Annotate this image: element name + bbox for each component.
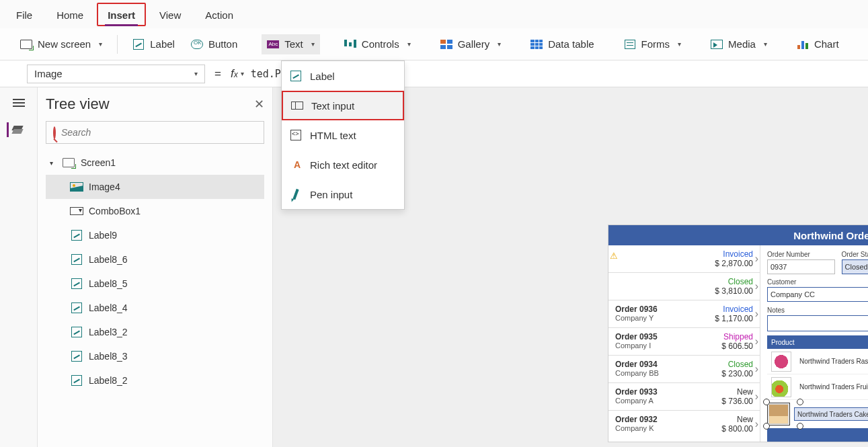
tree-title: Tree view: [46, 95, 110, 113]
dd-label[interactable]: Label: [282, 61, 404, 91]
customer-label: Customer: [767, 278, 868, 286]
tree-node-label9[interactable]: Label9: [46, 223, 264, 247]
order-title: Order 0933: [615, 387, 699, 397]
tree-node-label8-3[interactable]: Label8_3: [46, 344, 264, 368]
tree-node-label: Image4: [89, 181, 120, 192]
insert-datatable-label: Data table: [548, 38, 594, 50]
search-icon: [53, 128, 56, 138]
insert-forms-label: Forms: [641, 38, 670, 50]
tree-node-combobox1[interactable]: ComboBox1: [46, 199, 264, 223]
menu-home[interactable]: Home: [46, 3, 94, 26]
chevron-down-icon: ▾: [407, 40, 411, 48]
dd-pen-input[interactable]: Pen input: [282, 179, 404, 209]
order-status-label: Order Status: [842, 251, 869, 258]
order-row[interactable]: Closed$ 3,810.00 ›: [608, 273, 760, 300]
tree-node-label3-2[interactable]: Label3_2: [46, 320, 264, 344]
order-row[interactable]: Order 0933Company A New$ 736.00 ›: [608, 383, 760, 411]
menu-insert[interactable]: Insert: [97, 3, 146, 26]
selection-handle[interactable]: [797, 423, 803, 430]
button-icon: [191, 38, 203, 50]
html-icon: [290, 129, 302, 141]
tree-node-label8-5[interactable]: Label8_5: [46, 272, 264, 296]
insert-charts-button[interactable]: Chart: [791, 34, 844, 54]
insert-button-button[interactable]: Button: [186, 34, 243, 54]
insert-controls-button[interactable]: Controls ▾: [339, 34, 416, 54]
combobox-icon: [70, 207, 83, 215]
order-title: Order 0936: [615, 304, 699, 314]
tree-close-button[interactable]: ✕: [254, 97, 264, 112]
product-thumb: [771, 377, 791, 397]
order-amount: $ 800.00: [699, 424, 753, 434]
order-row[interactable]: Order 0936Company Y Invoiced$ 1,170.00 ›: [608, 300, 760, 328]
selection-handle[interactable]: [763, 423, 770, 430]
dd-rich-text[interactable]: Rich text editor: [282, 150, 404, 179]
selection-handle[interactable]: [763, 399, 770, 405]
tree-node-label8-2[interactable]: Label8_2: [46, 368, 264, 393]
order-status: Closed: [699, 360, 753, 369]
tree-node-label: Label9: [89, 230, 117, 241]
order-list[interactable]: ⚠ Invoiced$ 2,870.00 › Closed$ 3,810.00 …: [608, 245, 760, 442]
order-number-value: 0937: [767, 259, 835, 274]
insert-label-button[interactable]: Label: [127, 34, 180, 54]
grid-edit-row[interactable]: Northwind Traders Cake Mix▼ ⚠ ⚠: [767, 403, 868, 425]
menu-view[interactable]: View: [149, 3, 192, 26]
rail-hamburger[interactable]: [9, 95, 28, 110]
app-preview: Northwind Orders 🗑 ＋ ✕ ✓ ⚠ Invoiced$ 2,8…: [608, 225, 868, 442]
order-company: Company I: [615, 341, 699, 350]
gallery-icon: [440, 38, 452, 50]
fx-icon[interactable]: fx: [231, 67, 238, 81]
selected-image-control[interactable]: [767, 403, 790, 425]
main-area: Tree view ✕ ▾ Screen1 Image4 ComboBox1: [0, 87, 868, 447]
order-row[interactable]: Order 0934Company BB Closed$ 230.00 ›: [608, 356, 760, 383]
label-icon: [70, 230, 83, 241]
insert-gallery-button[interactable]: Gallery ▾: [435, 34, 507, 54]
product-combobox[interactable]: Northwind Traders Cake Mix▼: [794, 407, 868, 421]
tree-node-screen[interactable]: ▾ Screen1: [46, 151, 264, 175]
tree-search-input[interactable]: [61, 127, 257, 138]
dd-label-text: Label: [310, 71, 335, 82]
property-selector[interactable]: Image ▾: [27, 65, 205, 83]
chevron-right-icon: ›: [755, 335, 758, 348]
order-row[interactable]: ⚠ Invoiced$ 2,870.00 ›: [608, 245, 760, 273]
expand-icon[interactable]: ▾: [50, 159, 56, 167]
menu-file[interactable]: File: [5, 3, 43, 26]
tree-panel: Tree view ✕ ▾ Screen1 Image4 ComboBox1: [38, 87, 273, 447]
chevron-down-icon[interactable]: ▾: [241, 70, 244, 77]
tree-node-label8-6[interactable]: Label8_6: [46, 247, 264, 272]
order-amount: $ 3,810.00: [699, 286, 753, 296]
customer-select[interactable]: Company CC▼: [767, 287, 868, 302]
chart-icon: [797, 38, 809, 50]
order-title: Order 0932: [615, 415, 699, 424]
insert-text-button[interactable]: Abc Text ▾: [262, 34, 320, 54]
label-icon: [290, 70, 302, 82]
grid-row[interactable]: Northwind Traders Fruit Salad 40 $ 39.00…: [767, 374, 868, 400]
menu-action[interactable]: Action: [194, 3, 244, 26]
text-icon: Abc: [267, 38, 279, 50]
insert-media-button[interactable]: Media ▾: [705, 34, 773, 54]
chevron-right-icon: ›: [755, 253, 758, 265]
insert-forms-button[interactable]: Forms ▾: [619, 34, 687, 54]
insert-button-text: Button: [208, 38, 237, 50]
insert-media-label: Media: [728, 38, 756, 50]
chevron-right-icon: ›: [755, 391, 758, 403]
order-company: Company A: [615, 397, 699, 405]
rail-tree-view[interactable]: [7, 122, 26, 137]
selection-handle[interactable]: [797, 399, 803, 405]
grid-row[interactable]: Northwind Traders Raspberry Spread 90 $ …: [767, 349, 868, 374]
tree-node-label: Label8_2: [89, 375, 128, 386]
notes-input[interactable]: [767, 315, 868, 331]
order-status-select[interactable]: Closed▼: [842, 259, 869, 274]
tree-node-label8-4[interactable]: Label8_4: [46, 296, 264, 320]
order-row[interactable]: Order 0932Company K New$ 800.00 ›: [608, 411, 760, 438]
order-row[interactable]: Order 0935Company I Shipped$ 606.50 ›: [608, 328, 760, 356]
tree-node-image4[interactable]: Image4: [46, 175, 264, 199]
tree-search[interactable]: [46, 121, 264, 144]
tree-node-label: Screen1: [81, 157, 116, 168]
insert-datatable-button[interactable]: Data table: [525, 34, 599, 54]
product-thumb: [768, 404, 789, 424]
tree-node-label: Label8_3: [89, 351, 128, 362]
dd-text-input[interactable]: Text input: [282, 91, 404, 120]
new-screen-button[interactable]: New screen ▾: [15, 34, 108, 54]
order-amount: $ 736.00: [699, 397, 753, 406]
dd-html-text[interactable]: HTML text: [282, 120, 404, 150]
